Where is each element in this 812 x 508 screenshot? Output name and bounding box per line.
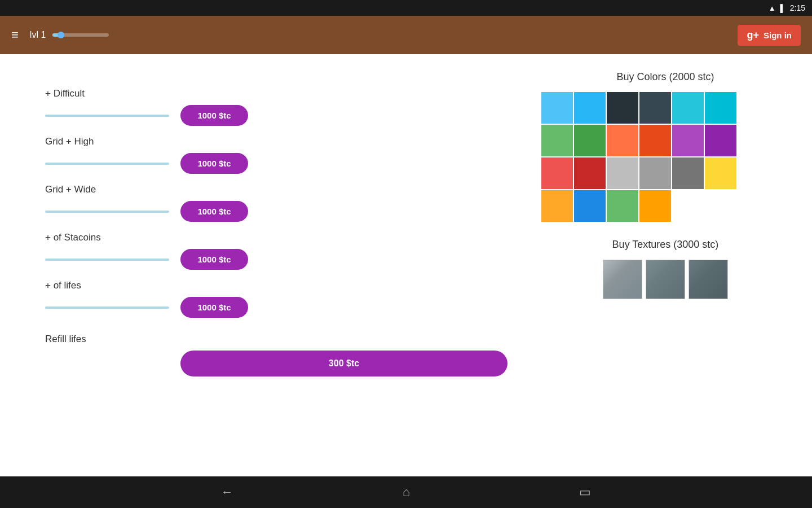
color-swatch-0[interactable]: [541, 92, 573, 124]
buy-textures-section: Buy Textures (3000 stc): [541, 239, 789, 299]
color-swatch-19[interactable]: [574, 190, 606, 222]
sign-in-button[interactable]: g+ Sign in: [738, 25, 801, 46]
upgrade-button-2[interactable]: 1000 $tc: [180, 201, 248, 222]
color-swatch-10[interactable]: [672, 125, 704, 156]
status-bar: ▲ ▌ 2:15: [0, 0, 812, 16]
upgrade-slider-2[interactable]: [45, 211, 169, 213]
upgrade-label-1: Grid + High: [45, 136, 508, 147]
texture-grid: [541, 260, 789, 299]
color-swatch-14[interactable]: [607, 157, 638, 189]
upgrade-label-2: Grid + Wide: [45, 184, 508, 195]
refill-row: Refill lifes 300 $tc: [45, 334, 508, 376]
color-swatch-17[interactable]: [705, 157, 736, 189]
upgrade-button-1[interactable]: 1000 $tc: [180, 153, 248, 174]
upgrade-controls-2: 1000 $tc: [45, 201, 508, 222]
bottom-bar: ← ⌂ ▭: [0, 476, 812, 508]
color-swatch-9[interactable]: [639, 125, 671, 156]
shop-panel: Buy Colors (2000 stc) Buy Textures (3000…: [530, 54, 812, 476]
upgrade-row-0: + Difficult 1000 $tc: [45, 88, 508, 126]
upgrade-row-2: Grid + Wide 1000 $tc: [45, 184, 508, 222]
buy-colors-title: Buy Colors (2000 stc): [541, 71, 789, 83]
upgrade-label-4: + of lifes: [45, 280, 508, 291]
level-progress-bar: [52, 33, 109, 37]
upgrade-label-0: + Difficult: [45, 88, 508, 99]
back-button[interactable]: ←: [221, 485, 233, 500]
upgrade-row-3: + of Stacoins 1000 $tc: [45, 232, 508, 270]
upgrade-controls-3: 1000 $tc: [45, 249, 508, 270]
google-plus-icon: g+: [747, 29, 759, 41]
color-swatch-12[interactable]: [541, 157, 573, 189]
refill-label: Refill lifes: [45, 334, 508, 345]
color-swatch-11[interactable]: [705, 125, 736, 156]
upgrade-button-3[interactable]: 1000 $tc: [180, 249, 248, 270]
color-swatch-5[interactable]: [705, 92, 736, 124]
upgrade-rows-container: + Difficult 1000 $tc Grid + High 1000 $t…: [45, 88, 508, 328]
color-grid: [541, 92, 789, 222]
color-swatch-7[interactable]: [574, 125, 606, 156]
upgrade-label-3: + of Stacoins: [45, 232, 508, 243]
upgrade-slider-3[interactable]: [45, 259, 169, 261]
upgrade-controls-4: 1000 $tc: [45, 297, 508, 318]
refill-button[interactable]: 300 $tc: [180, 351, 508, 376]
top-bar: ≡ lvl 1 g+ Sign in: [0, 16, 812, 54]
color-swatch-8[interactable]: [607, 125, 638, 156]
home-button[interactable]: ⌂: [403, 485, 410, 500]
upgrade-row-4: + of lifes 1000 $tc: [45, 280, 508, 318]
level-dot: [58, 32, 64, 38]
color-swatch-3[interactable]: [639, 92, 671, 124]
main-content: + Difficult 1000 $tc Grid + High 1000 $t…: [0, 54, 812, 476]
upgrade-row-1: Grid + High 1000 $tc: [45, 136, 508, 174]
color-swatch-6[interactable]: [541, 125, 573, 156]
upgrade-controls-0: 1000 $tc: [45, 105, 508, 126]
color-swatch-21[interactable]: [639, 190, 671, 222]
buy-textures-title: Buy Textures (3000 stc): [541, 239, 789, 251]
color-swatch-20[interactable]: [607, 190, 638, 222]
upgrade-slider-0[interactable]: [45, 115, 169, 117]
upgrade-button-0[interactable]: 1000 $tc: [180, 105, 248, 126]
color-swatch-2[interactable]: [607, 92, 638, 124]
color-swatch-4[interactable]: [672, 92, 704, 124]
signal-icon: ▌: [780, 4, 785, 12]
wifi-icon: ▲: [769, 4, 776, 12]
color-swatch-1[interactable]: [574, 92, 606, 124]
upgrades-panel: + Difficult 1000 $tc Grid + High 1000 $t…: [0, 54, 530, 476]
level-label: lvl 1: [30, 30, 46, 40]
color-swatch-18[interactable]: [541, 190, 573, 222]
color-swatch-13[interactable]: [574, 157, 606, 189]
recent-apps-button[interactable]: ▭: [579, 485, 591, 500]
upgrade-slider-1[interactable]: [45, 163, 169, 165]
upgrade-slider-4[interactable]: [45, 306, 169, 309]
upgrade-button-4[interactable]: 1000 $tc: [180, 297, 248, 318]
texture-swatch-dark[interactable]: [689, 260, 728, 299]
status-time: 2:15: [790, 3, 805, 12]
menu-icon[interactable]: ≡: [11, 28, 19, 42]
texture-swatch-medium[interactable]: [646, 260, 685, 299]
color-swatch-16[interactable]: [672, 157, 704, 189]
color-swatch-15[interactable]: [639, 157, 671, 189]
upgrade-controls-1: 1000 $tc: [45, 153, 508, 174]
texture-swatch-light[interactable]: [603, 260, 642, 299]
buy-colors-section: Buy Colors (2000 stc): [541, 71, 789, 222]
sign-in-label: Sign in: [764, 30, 792, 40]
